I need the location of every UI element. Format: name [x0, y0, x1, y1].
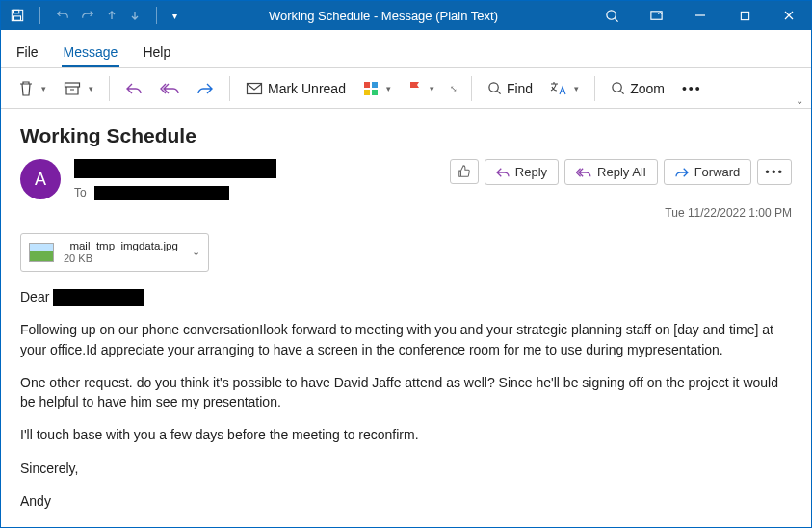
sender-name: Andy: [20, 491, 792, 511]
archive-button[interactable]: ▾: [58, 77, 99, 100]
to-label: To: [74, 186, 87, 199]
delete-button[interactable]: ▾: [13, 76, 52, 101]
redo-icon[interactable]: [81, 9, 94, 22]
svg-rect-6: [65, 83, 80, 87]
attachment-thumbnail-icon: [29, 243, 54, 262]
email-body: Dear Following up on our phone conversat…: [1, 277, 811, 528]
window-title: Working Schedule - Message (Plain Text): [177, 9, 589, 23]
more-actions-button[interactable]: •••: [757, 159, 792, 185]
ribbon-expand-icon[interactable]: ⌄: [796, 95, 803, 106]
title-bar: ▾ Working Schedule - Message (Plain Text…: [1, 1, 811, 30]
zoom-button[interactable]: Zoom: [605, 77, 670, 100]
avatar: A: [20, 159, 61, 199]
mark-unread-label: Mark Unread: [268, 81, 346, 96]
minimize-button[interactable]: [678, 1, 722, 30]
like-button[interactable]: [450, 159, 479, 184]
svg-rect-1: [14, 10, 19, 13]
svg-rect-11: [372, 90, 378, 95]
svg-point-3: [606, 10, 615, 18]
attachment-size: 20 KB: [64, 252, 182, 266]
mark-unread-button[interactable]: Mark Unread: [240, 77, 352, 100]
attachment-name: _mail_tmp_imgdata.jpg: [64, 239, 182, 252]
forward-label: Forward: [694, 165, 741, 179]
reply-icon-button[interactable]: [119, 77, 148, 100]
greeting: Dear: [20, 289, 49, 304]
reply-button[interactable]: Reply: [485, 159, 559, 185]
more-commands-button[interactable]: •••: [676, 77, 708, 100]
body-p3: I'll touch base with you a few days befo…: [20, 425, 792, 444]
search-icon[interactable]: [589, 1, 634, 30]
forward-icon-button[interactable]: [191, 77, 220, 100]
translate-button[interactable]: ▾: [544, 77, 585, 100]
menubar: File Message Help: [1, 30, 811, 68]
maximize-button[interactable]: [722, 1, 767, 30]
email-subject: Working Schedule: [1, 109, 811, 153]
find-button[interactable]: Find: [482, 77, 538, 100]
undo-icon[interactable]: [56, 9, 69, 22]
svg-rect-5: [741, 12, 748, 19]
ribbon-display-icon[interactable]: [634, 1, 678, 30]
greeting-name-redacted: [53, 289, 144, 306]
body-p1: Following up on our phone conversationIl…: [20, 320, 792, 359]
down-icon[interactable]: [129, 10, 141, 21]
reply-all-button[interactable]: Reply All: [564, 159, 658, 185]
menu-help[interactable]: Help: [141, 39, 172, 67]
zoom-label: Zoom: [630, 81, 665, 96]
flag-button[interactable]: ▾: [403, 77, 440, 100]
close-button[interactable]: [767, 1, 811, 30]
up-icon[interactable]: [106, 10, 118, 21]
to-redacted: [94, 186, 229, 200]
forward-button[interactable]: Forward: [664, 159, 752, 185]
from-redacted: [74, 159, 276, 178]
attachment-chevron-icon[interactable]: ⌄: [192, 246, 200, 258]
menu-message[interactable]: Message: [62, 39, 120, 67]
attachment[interactable]: _mail_tmp_imgdata.jpg 20 KB ⌄: [20, 233, 209, 272]
email-datetime: Tue 11/22/2022 1:00 PM: [1, 200, 811, 220]
categorize-button[interactable]: ▾: [357, 77, 397, 100]
find-label: Find: [507, 81, 533, 96]
reply-all-icon-button[interactable]: [154, 77, 185, 100]
reply-label: Reply: [515, 165, 547, 179]
body-p2: One other request. do you think it's pos…: [20, 373, 792, 412]
svg-point-12: [489, 83, 498, 92]
svg-rect-8: [364, 82, 370, 88]
svg-rect-10: [364, 90, 370, 95]
email-header: A To Reply Reply All Forward •••: [1, 153, 811, 200]
svg-point-13: [613, 83, 621, 92]
svg-rect-2: [14, 16, 21, 20]
reply-all-label: Reply All: [597, 165, 646, 179]
menu-file[interactable]: File: [14, 39, 40, 67]
dialog-launcher-icon[interactable]: ⤡: [446, 82, 461, 95]
signoff: Sincerely,: [20, 459, 792, 478]
ribbon: ▾ ▾ Mark Unread ▾ ▾ ⤡ Find ▾ Zoom ••• ⌄: [1, 68, 811, 109]
svg-rect-9: [372, 82, 378, 88]
save-icon[interactable]: [11, 9, 24, 22]
